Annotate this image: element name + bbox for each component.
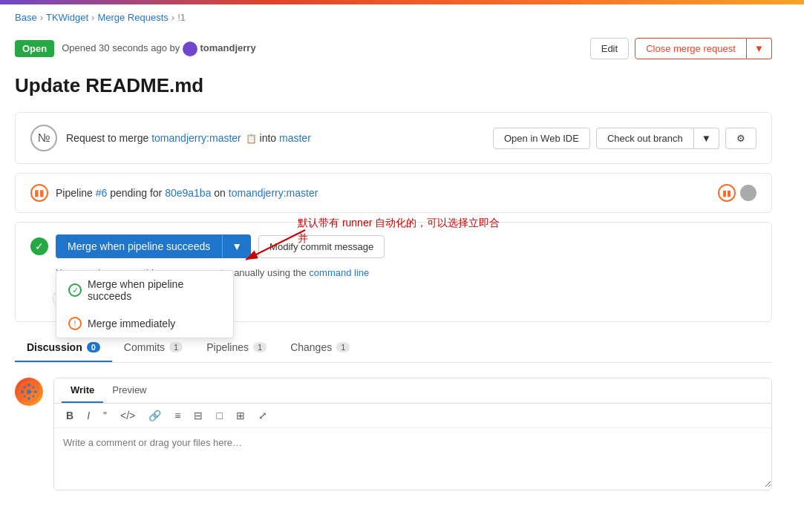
mr-title: Update README.md xyxy=(15,74,772,97)
pipeline-left: ▮▮ Pipeline #6 pending for 80e9a1ba on t… xyxy=(30,184,318,202)
pipeline-commit-link[interactable]: 80e9a1ba xyxy=(165,187,211,199)
tab-discussion-badge: 0 xyxy=(87,342,100,352)
target-branch-link[interactable]: master xyxy=(279,132,311,144)
merge-section: ✓ Merge when pipeline succeeds ▼ Modify … xyxy=(16,223,771,321)
svg-point-7 xyxy=(24,387,26,389)
mr-opened-info: Opened 30 seconds ago by tomandjerry xyxy=(62,42,255,56)
svg-point-9 xyxy=(24,395,26,398)
merge-when-pipeline-button[interactable]: Merge when pipeline succeeds xyxy=(56,234,222,258)
more-options-button[interactable]: ⚙ xyxy=(725,128,756,149)
toolbar-link-button[interactable]: 🔗 xyxy=(146,408,164,423)
mr-header-row: Open Opened 30 seconds ago by tomandjerr… xyxy=(15,30,772,67)
comment-box-section: Write Preview B I " </> 🔗 ≡ ⊟ □ ⊞ ⤢ xyxy=(15,378,772,490)
tab-pipelines-label: Pipelines xyxy=(206,341,249,353)
dropdown-merge-immediately-label: Merge immediately xyxy=(88,318,175,329)
tab-changes-badge: 1 xyxy=(336,342,350,352)
toolbar-bold-button[interactable]: B xyxy=(63,408,76,423)
pipeline-card: ▮▮ Pipeline #6 pending for 80e9a1ba on t… xyxy=(15,173,772,213)
breadcrumb: Base › TKWidget › Merge Requests › !1 xyxy=(0,4,804,30)
mr-status-row: Open Opened 30 seconds ago by tomandjerr… xyxy=(15,40,256,57)
annotation-arrow xyxy=(238,223,313,267)
merge-check-icon: ✓ xyxy=(30,237,48,255)
dropdown-check-icon: ✓ xyxy=(68,283,82,297)
annotation-text: 默认带有 runner 自动化的，可以选择立即合并 xyxy=(298,215,506,246)
merge-buttons-wrapper: Merge when pipeline succeeds ▼ xyxy=(56,234,251,258)
avatar-svg xyxy=(19,381,39,402)
comment-editor: Write Preview B I " </> 🔗 ≡ ⊟ □ ⊞ ⤢ xyxy=(53,378,772,490)
pipeline-number-link[interactable]: #6 xyxy=(96,187,108,199)
request-to-merge-card: № Request to merge tomandjerry:master 📋 … xyxy=(15,112,772,164)
comment-textarea[interactable] xyxy=(54,428,771,487)
svg-point-3 xyxy=(27,384,30,387)
command-line-link[interactable]: command line xyxy=(309,267,369,278)
pipeline-circle-indicator xyxy=(740,185,756,201)
svg-line-0 xyxy=(246,230,305,260)
commenter-avatar xyxy=(15,378,43,406)
svg-point-11 xyxy=(27,390,31,394)
request-to-merge-content: № Request to merge tomandjerry:master 📋 … xyxy=(16,113,771,163)
toolbar-quote-button[interactable]: " xyxy=(100,408,110,423)
breadcrumb-merge-requests[interactable]: Merge Requests xyxy=(97,12,168,23)
svg-point-10 xyxy=(33,395,35,398)
svg-point-6 xyxy=(34,390,37,393)
mr-actions: Edit Close merge request ▼ xyxy=(590,38,772,59)
editor-toolbar: B I " </> 🔗 ≡ ⊟ □ ⊞ ⤢ xyxy=(54,404,771,428)
checkout-branch-button[interactable]: Check out branch xyxy=(596,128,694,149)
toolbar-table-button[interactable]: ⊞ xyxy=(233,408,248,423)
rtm-actions: Open in Web IDE Check out branch ▼ ⚙ xyxy=(493,128,756,149)
rtm-icon: № xyxy=(30,125,57,151)
checkout-branch-group: Check out branch ▼ xyxy=(596,128,719,149)
pipeline-status-icon: ▮▮ xyxy=(30,184,48,202)
pipeline-pause-button[interactable]: ▮▮ xyxy=(718,184,736,202)
avatar xyxy=(183,42,197,56)
pipeline-row: ▮▮ Pipeline #6 pending for 80e9a1ba on t… xyxy=(16,174,771,212)
toolbar-task-list-button[interactable]: □ xyxy=(213,408,225,423)
breadcrumb-current: !1 xyxy=(177,12,186,23)
toolbar-code-button[interactable]: </> xyxy=(117,408,138,423)
toolbar-bullet-list-button[interactable]: ≡ xyxy=(171,408,183,423)
author-name: tomandjerry xyxy=(200,42,256,53)
breadcrumb-tkwidget[interactable]: TKWidget xyxy=(46,12,88,23)
pipeline-branch-link[interactable]: tomandjerry:master xyxy=(229,187,318,199)
tab-discussion-label: Discussion xyxy=(27,341,82,353)
close-mr-button[interactable]: Close merge request xyxy=(635,38,747,59)
editor-tabs: Write Preview xyxy=(54,378,771,404)
editor-tab-write[interactable]: Write xyxy=(62,378,103,403)
breadcrumb-base[interactable]: Base xyxy=(15,12,37,23)
tab-changes[interactable]: Changes 1 xyxy=(278,334,362,362)
tab-changes-label: Changes xyxy=(290,341,332,353)
rtm-left: № Request to merge tomandjerry:master 📋 … xyxy=(30,125,311,151)
tab-commits-label: Commits xyxy=(124,341,165,353)
pipeline-right: ▮▮ xyxy=(718,184,756,202)
svg-point-5 xyxy=(21,390,24,393)
edit-button[interactable]: Edit xyxy=(590,38,629,59)
svg-point-8 xyxy=(33,387,35,389)
pipeline-text: Pipeline #6 pending for 80e9a1ba on toma… xyxy=(56,187,318,199)
source-branch-link[interactable]: tomandjerry:master xyxy=(151,132,241,144)
merge-section-card: ✓ Merge when pipeline succeeds ▼ Modify … xyxy=(15,222,772,322)
checkout-branch-caret[interactable]: ▼ xyxy=(694,128,719,149)
editor-tab-preview[interactable]: Preview xyxy=(103,378,155,403)
close-mr-caret-button[interactable]: ▼ xyxy=(747,38,772,59)
dropdown-info-icon: ! xyxy=(68,317,82,330)
tab-commits-badge: 1 xyxy=(169,342,183,352)
toolbar-italic-button[interactable]: I xyxy=(84,408,93,423)
copy-branch-icon[interactable]: 📋 xyxy=(246,134,257,144)
toolbar-numbered-list-button[interactable]: ⊟ xyxy=(191,408,206,423)
svg-point-4 xyxy=(27,397,30,400)
dropdown-item-merge-immediately[interactable]: ! Merge immediately xyxy=(56,309,233,338)
tab-pipelines-badge: 1 xyxy=(253,342,267,352)
dropdown-item-merge-when[interactable]: ✓ Merge when pipeline succeeds xyxy=(56,271,233,309)
open-web-ide-button[interactable]: Open in Web IDE xyxy=(493,128,590,149)
toolbar-fullscreen-button[interactable]: ⤢ xyxy=(255,408,270,423)
rtm-text: Request to merge tomandjerry:master 📋 in… xyxy=(66,132,311,144)
close-mr-group: Close merge request ▼ xyxy=(635,38,772,59)
merge-dropdown-menu: ✓ Merge when pipeline succeeds ! Merge i… xyxy=(56,270,234,338)
status-badge: Open xyxy=(15,40,54,57)
dropdown-merge-when-label: Merge when pipeline succeeds xyxy=(88,278,221,302)
